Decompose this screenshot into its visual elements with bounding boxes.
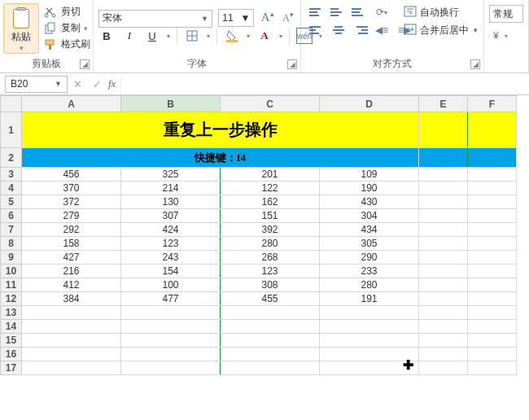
cell[interactable] xyxy=(419,361,468,375)
cell[interactable]: 162 xyxy=(221,195,320,209)
cell[interactable]: 372 xyxy=(22,195,121,209)
spreadsheet-grid[interactable]: ABCDEF1重复上一步操作2快捷键：f43456325201109437021… xyxy=(0,95,529,420)
cell[interactable] xyxy=(22,348,121,361)
cell[interactable]: 158 xyxy=(22,237,121,251)
cell[interactable] xyxy=(468,209,517,223)
cell[interactable] xyxy=(419,292,468,306)
align-dialog-launcher[interactable]: ◢ xyxy=(470,59,480,69)
cell[interactable]: 305 xyxy=(320,237,419,251)
cell[interactable] xyxy=(468,182,517,195)
cell[interactable] xyxy=(22,334,121,348)
cell[interactable]: 268 xyxy=(221,251,320,265)
row-header[interactable]: 10 xyxy=(1,265,22,278)
cell[interactable] xyxy=(468,251,517,265)
cell[interactable]: 456 xyxy=(22,168,121,182)
cell[interactable] xyxy=(468,237,517,251)
cell[interactable]: 122 xyxy=(221,182,320,195)
cell[interactable] xyxy=(320,361,419,375)
font-color-button[interactable]: A xyxy=(256,28,273,44)
cell[interactable] xyxy=(468,148,517,168)
cell[interactable]: 370 xyxy=(22,182,121,195)
cell[interactable] xyxy=(320,334,419,348)
border-button[interactable] xyxy=(184,28,200,44)
cell[interactable] xyxy=(419,334,468,348)
shrink-font-button[interactable]: A▾ xyxy=(281,6,295,24)
align-middle-button[interactable] xyxy=(330,5,347,20)
cell[interactable] xyxy=(121,334,221,348)
column-header[interactable]: D xyxy=(320,96,419,112)
decrease-indent-button[interactable]: ◀≡ xyxy=(373,23,391,37)
paste-button[interactable]: 粘贴 ▾ xyxy=(3,3,39,54)
cell[interactable] xyxy=(22,320,121,334)
format-painter-button[interactable]: 格式刷 xyxy=(44,37,90,51)
align-right-button[interactable] xyxy=(352,23,368,37)
cell[interactable]: 477 xyxy=(121,292,221,306)
row-header[interactable]: 17 xyxy=(1,361,22,375)
cell[interactable]: 190 xyxy=(320,182,419,195)
cell[interactable]: 325 xyxy=(121,168,221,182)
row-header[interactable]: 7 xyxy=(1,223,22,237)
cell[interactable] xyxy=(22,306,121,320)
cell[interactable] xyxy=(221,320,320,334)
bold-button[interactable]: B xyxy=(98,28,115,44)
orientation-button[interactable]: ⟳▾ xyxy=(373,5,391,20)
cell[interactable]: 100 xyxy=(121,278,221,292)
cell[interactable] xyxy=(419,223,468,237)
cell[interactable] xyxy=(419,168,468,182)
cell[interactable] xyxy=(121,348,221,361)
column-header[interactable]: C xyxy=(221,96,320,112)
cell[interactable] xyxy=(419,265,468,278)
cell[interactable]: 308 xyxy=(221,278,320,292)
cell[interactable] xyxy=(468,320,517,334)
confirm-formula-button[interactable]: ✓ xyxy=(87,78,107,90)
cell[interactable]: 123 xyxy=(221,265,320,278)
cell[interactable]: 455 xyxy=(221,292,320,306)
column-header[interactable]: A xyxy=(22,96,121,112)
row-header[interactable]: 4 xyxy=(1,182,22,195)
select-all-corner[interactable] xyxy=(1,96,22,112)
cell[interactable] xyxy=(468,195,517,209)
cell[interactable]: 130 xyxy=(121,195,221,209)
cell[interactable] xyxy=(419,209,468,223)
cell[interactable] xyxy=(468,112,517,148)
cell[interactable] xyxy=(419,237,468,251)
cell[interactable]: 290 xyxy=(320,251,419,265)
cell[interactable] xyxy=(121,320,221,334)
cell[interactable]: 214 xyxy=(121,182,221,195)
number-format-select[interactable]: 常规 xyxy=(489,5,523,23)
cancel-formula-button[interactable]: ✕ xyxy=(68,78,87,90)
fill-color-button[interactable] xyxy=(224,28,240,44)
cell[interactable] xyxy=(419,251,468,265)
currency-button[interactable]: ¥▾ xyxy=(491,28,509,44)
cell[interactable] xyxy=(468,361,517,375)
cell[interactable]: 292 xyxy=(22,223,121,237)
cell[interactable] xyxy=(468,348,517,361)
cell[interactable] xyxy=(419,182,468,195)
align-bottom-button[interactable] xyxy=(352,5,368,20)
cell[interactable] xyxy=(419,148,468,168)
row-header[interactable]: 15 xyxy=(1,334,22,348)
fx-button[interactable]: fx xyxy=(108,77,116,90)
column-header[interactable]: F xyxy=(468,96,517,112)
cell[interactable]: 201 xyxy=(221,168,320,182)
name-box[interactable]: B20▼ xyxy=(5,76,68,93)
row-header[interactable]: 14 xyxy=(1,320,22,334)
cell[interactable]: 307 xyxy=(121,209,221,223)
italic-button[interactable]: I xyxy=(121,28,138,44)
cut-button[interactable]: 剪切 xyxy=(44,5,81,19)
cell[interactable] xyxy=(419,112,468,148)
cell[interactable] xyxy=(320,306,419,320)
cell[interactable]: 243 xyxy=(121,251,221,265)
cell[interactable]: 233 xyxy=(320,265,419,278)
cell[interactable] xyxy=(121,361,221,375)
underline-button[interactable]: U xyxy=(144,28,160,44)
cell[interactable] xyxy=(221,334,320,348)
cell[interactable]: 392 xyxy=(221,223,320,237)
cell[interactable]: 412 xyxy=(22,278,121,292)
cell[interactable]: 191 xyxy=(320,292,419,306)
cell[interactable]: 123 xyxy=(121,237,221,251)
row-header[interactable]: 11 xyxy=(1,278,22,292)
cell[interactable]: 重复上一步操作 xyxy=(22,112,419,148)
cell[interactable] xyxy=(468,292,517,306)
cell[interactable] xyxy=(121,306,221,320)
